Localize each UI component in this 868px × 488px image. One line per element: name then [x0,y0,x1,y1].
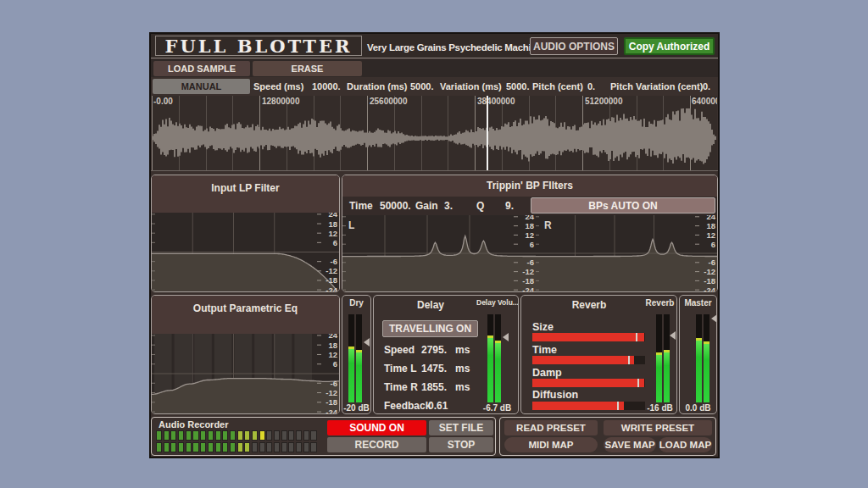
set-file-button[interactable]: SET FILE [429,420,493,435]
led-cell [252,442,258,452]
led-cell [186,442,192,452]
svg-text:-6: -6 [331,257,337,266]
bp-right-graph[interactable]: R 2418126-6-12-18-24 [536,215,717,291]
delay-param-value[interactable]: 0.61 [428,400,448,412]
reverb-meter-db-readout: -16 dB [644,403,676,413]
reverb-slider-handle[interactable] [636,333,637,341]
output-eq-header: Output Parametric Eq [152,296,339,334]
bpl-graph-svg: 2418126-6-12-18-24 [342,215,536,291]
bp-control-value[interactable]: 9. [505,197,514,215]
presets-box: READ PRESET WRITE PRESET MIDI MAP SAVE M… [499,417,716,456]
dry-meter-fader-pointer[interactable] [364,338,370,347]
save-map-button[interactable]: SAVE MAP [604,437,656,452]
travelling-on-button[interactable]: TRAVELLING ON [382,320,478,337]
delay-param-unit: ms [455,381,470,393]
waveform-playhead[interactable] [487,96,488,170]
bp-control-value[interactable]: 3. [444,197,453,215]
bp-control-label: Time [349,197,373,215]
load-sample-button[interactable]: LOAD SAMPLE [153,61,250,76]
master-meter-bar [696,314,702,402]
svg-text:6: 6 [530,240,534,249]
delay-volume-meter-fader-track[interactable] [487,314,501,402]
svg-text:18: 18 [328,341,337,350]
led-cell [274,430,280,441]
dry-meter-bar [356,314,362,402]
reverb-slider-label: Time [532,344,557,356]
stop-button[interactable]: STOP [429,437,493,452]
delay-param-value[interactable]: 1855. [421,381,447,393]
erase-button[interactable]: ERASE [253,61,362,76]
dry-meter-db-readout: -20 dB [342,403,370,413]
param-value[interactable]: 5000. [506,79,530,94]
bpr-graph-svg: 2418126-6-12-18-24 [536,215,717,291]
read-preset-button[interactable]: READ PRESET [504,420,598,435]
load-map-button[interactable]: LOAD MAP [659,437,712,452]
svg-text:-12: -12 [326,388,337,397]
bp-left-graph[interactable]: L 2418126-6-12-18-24 [342,215,536,291]
reverb-meter-fader-pointer[interactable] [670,331,676,340]
delay-param-value[interactable]: 2795. [421,344,447,356]
reverb-panel: Reverb SizeTimeDampDiffusion Reverb-16 d… [520,295,677,414]
dry-meter-fader-track[interactable] [348,314,362,402]
waveform-display[interactable]: -0.0012800000256000003840000051200000640… [152,96,717,170]
manual-button[interactable]: MANUAL [153,79,250,94]
dry-meter-level [348,347,354,402]
reverb-slider-handle[interactable] [628,356,630,364]
bps-auto-on-button[interactable]: BPs AUTO ON [531,197,715,214]
midi-map-button[interactable]: MIDI MAP [504,437,598,452]
sound-on-button[interactable]: SOUND ON [327,420,426,435]
param-value[interactable]: 10000. [312,79,341,94]
led-cell [200,430,206,441]
delay-param-value[interactable]: 1475. [421,363,447,374]
bp-header: Trippin' BP FIlters [342,175,717,197]
led-cell [164,442,170,452]
param-value[interactable]: 0. [587,79,595,94]
led-cell [222,430,228,441]
svg-text:12: 12 [328,350,337,359]
led-cell [164,430,170,441]
reverb-meter-level [664,350,670,402]
delay-volume-meter-fader-pointer[interactable] [503,333,509,341]
svg-text:-6: -6 [709,258,715,267]
led-cell [208,430,214,441]
master-meter-peak [696,338,702,341]
delay-param-label: Time L [384,363,416,374]
reverb-meter-bar [656,314,662,402]
copy-authorized-button[interactable]: Copy Authorized [624,37,715,55]
bp-control-label: Q [476,197,484,215]
param-value[interactable]: 5000. [410,79,434,94]
output-eq-panel: Output Parametric Eq 2418126-6-12-18-24 [151,295,340,414]
bp-control-value[interactable]: 50000. [380,197,411,215]
led-cell [266,442,272,452]
delay-title: Delay [374,299,487,311]
record-button[interactable]: RECORD [327,437,426,452]
led-cell [296,442,302,452]
reverb-meter-peak [656,352,662,355]
reverb-slider-track[interactable] [532,356,645,364]
delay-param-unit: ms [455,363,470,374]
reverb-meter-fader-track[interactable] [656,314,670,402]
svg-text:-18: -18 [522,276,534,286]
reverb-slider-handle[interactable] [637,379,639,387]
sampler-section: LOAD SAMPLE ERASE MANUAL -0.001280000025… [151,59,718,171]
param-label: Duration (ms) [347,79,408,94]
reverb-slider-handle[interactable] [617,402,619,410]
reverb-slider-track[interactable] [532,379,645,387]
svg-text:6: 6 [711,240,715,249]
led-cell [274,442,280,452]
delay-volume-meter-level [487,336,493,402]
led-cell [186,430,192,441]
master-meter-fader-track[interactable] [696,314,709,402]
input-lp-title: Input LP Filter [152,182,339,194]
led-cell [222,442,228,452]
audio-options-button[interactable]: AUDIO OPTIONS [530,37,618,55]
output-eq-graph[interactable]: 2418126-6-12-18-24 [152,334,339,413]
master-meter-fader-pointer[interactable] [711,314,717,323]
led-cell [192,442,198,452]
write-preset-button[interactable]: WRITE PRESET [604,420,712,435]
input-lp-graph[interactable]: 2418126-6-12-18-24 [152,213,339,291]
led-cell [208,442,214,452]
reverb-slider-track[interactable] [532,402,645,410]
reverb-slider-track[interactable] [532,333,645,341]
param-value[interactable]: 0. [703,79,710,94]
